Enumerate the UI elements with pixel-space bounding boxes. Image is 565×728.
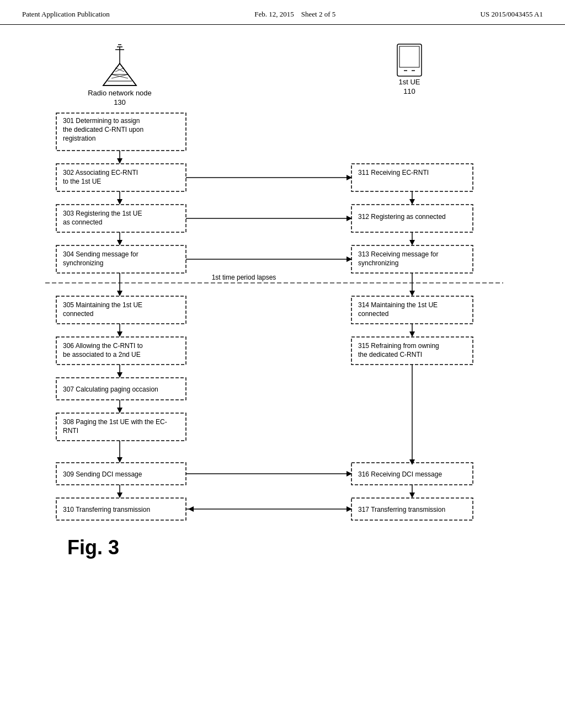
box-309: 309 Sending DCI message — [63, 470, 142, 478]
fig-label: Fig. 3 — [67, 536, 119, 559]
svg-marker-67 — [117, 493, 122, 498]
header-left: Patent Application Publication — [22, 10, 110, 19]
box-301-line2: the dedicated C-RNTI upon — [63, 126, 143, 133]
box-316: 316 Receiving DCI message — [358, 470, 442, 478]
svg-marker-69 — [409, 493, 415, 498]
box-314-line2: connected — [358, 310, 388, 318]
box-302-line2: to the 1st UE — [63, 178, 101, 185]
svg-marker-43 — [409, 291, 415, 296]
box-311-line1: 311 Receiving EC-RNTI — [358, 169, 429, 176]
box-306-line1: 306 Allowing the C-RNTI to — [63, 342, 143, 350]
svg-marker-26 — [409, 199, 415, 205]
svg-marker-41 — [117, 291, 122, 296]
svg-marker-47 — [117, 331, 122, 337]
box-301-line1: 301 Determining to assign — [63, 117, 140, 125]
svg-marker-24 — [117, 199, 122, 205]
box-305-line1: 305 Maintaining the 1st UE — [63, 301, 142, 309]
svg-marker-56 — [117, 408, 122, 413]
svg-marker-73 — [188, 506, 194, 512]
box-313-line2: synchronizing — [358, 259, 398, 267]
box-305-line2: connected — [63, 310, 93, 318]
box-307: 307 Calculating paging occasion — [63, 386, 158, 393]
left-entity-number: 130 — [114, 98, 126, 106]
box-317: 317 Transferring transmission — [358, 506, 445, 513]
svg-marker-34 — [409, 240, 415, 245]
box-312: 312 Registering as connected — [358, 213, 446, 221]
svg-marker-32 — [117, 240, 122, 245]
box-303-line2: as connected — [63, 218, 102, 226]
header-right: US 2015/0043455 A1 — [481, 10, 543, 19]
box-314-line1: 314 Maintaining the 1st UE — [358, 301, 438, 309]
page-header: Patent Application Publication Feb. 12, … — [0, 0, 565, 25]
svg-marker-18 — [117, 158, 122, 164]
box-313-line1: 313 Receiving message for — [358, 250, 438, 258]
svg-rect-13 — [399, 46, 419, 67]
svg-marker-59 — [117, 457, 122, 463]
box-315-line2: the dedicated C-RNTI — [358, 351, 422, 358]
svg-rect-20 — [351, 164, 473, 191]
svg-marker-61 — [409, 459, 415, 465]
right-entity-label: 1st UE — [398, 78, 420, 86]
box-310: 310 Transferring transmission — [63, 506, 150, 513]
box-301-line3: registration — [63, 135, 95, 142]
header-center: Feb. 12, 2015 Sheet 2 of 5 — [254, 10, 335, 19]
time-period-label: 1st time period lapses — [212, 274, 276, 281]
box-308-line1: 308 Paging the 1st UE with the EC- — [63, 418, 167, 426]
svg-marker-49 — [409, 331, 415, 337]
svg-marker-53 — [117, 372, 122, 378]
svg-rect-12 — [397, 44, 422, 76]
left-entity-label: Radio network node — [88, 89, 152, 97]
box-306-line2: be associated to a 2nd UE — [63, 351, 141, 358]
box-304-line1: 304 Sending message for — [63, 250, 138, 258]
box-304-line2: synchronizing — [63, 259, 103, 267]
box-302-line1: 302 Associating EC-RNTI — [63, 169, 138, 176]
diagram-svg: Radio network node 130 1st UE 110 301 De… — [34, 25, 531, 670]
right-entity-number: 110 — [403, 87, 415, 95]
box-308-line2: RNTI — [63, 427, 78, 435]
box-315-line1: 315 Refraining from owning — [358, 342, 439, 350]
box-303-line1: 303 Registering the 1st UE — [63, 210, 142, 217]
